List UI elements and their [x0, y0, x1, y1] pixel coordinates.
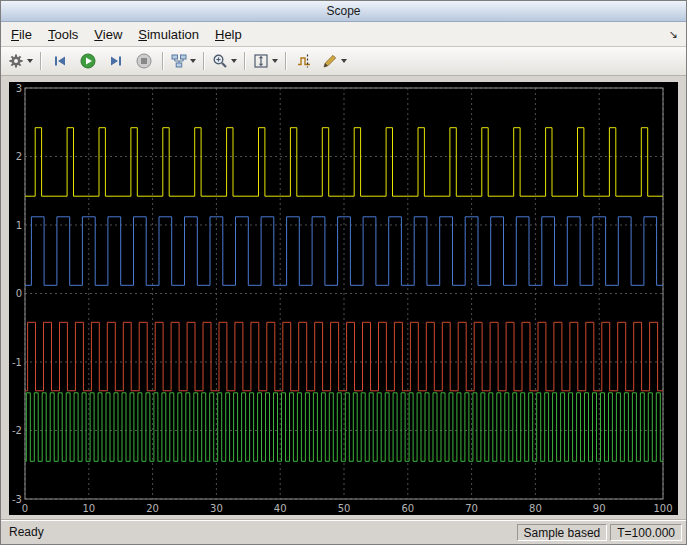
svg-text:60: 60: [401, 503, 414, 514]
step-forward-icon: [108, 53, 124, 69]
svg-text:30: 30: [210, 503, 223, 514]
toolbar-separator: [40, 52, 42, 70]
dropdown-caret: [272, 59, 278, 63]
svg-text:10: 10: [82, 503, 95, 514]
svg-text:2: 2: [16, 151, 22, 162]
svg-text:20: 20: [146, 503, 159, 514]
svg-text:50: 50: [338, 503, 351, 514]
menu-simulation[interactable]: Simulation: [130, 24, 207, 45]
svg-text:-2: -2: [12, 425, 22, 436]
signal-selector-button[interactable]: [168, 49, 199, 73]
highlight-icon: [322, 53, 338, 69]
stop-button[interactable]: [130, 49, 158, 73]
menu-help[interactable]: Help: [207, 24, 250, 45]
dock-arrow-icon: ↘: [668, 28, 677, 41]
step-back-icon: [52, 53, 68, 69]
run-icon: [80, 53, 96, 69]
run-button[interactable]: [74, 49, 102, 73]
step-forward-button[interactable]: [102, 49, 130, 73]
scope-canvas: 0102030405060708090100-3-2-10123: [9, 82, 678, 515]
dropdown-caret: [231, 59, 237, 63]
menu-bar: File Tools View Simulation Help ↘: [1, 22, 686, 47]
dropdown-caret: [341, 59, 347, 63]
toolbar-separator: [162, 52, 164, 70]
svg-text:1: 1: [16, 220, 22, 231]
scale-axes-button[interactable]: [250, 49, 281, 73]
status-message: Ready: [5, 525, 44, 539]
highlight-button[interactable]: [319, 49, 350, 73]
dropdown-caret: [27, 59, 33, 63]
step-back-button[interactable]: [46, 49, 74, 73]
dock-button[interactable]: ↘: [664, 26, 682, 42]
scope-plot[interactable]: 0102030405060708090100-3-2-10123: [9, 82, 678, 515]
dropdown-caret: [190, 59, 196, 63]
toolbar-separator: [285, 52, 287, 70]
window-title: Scope: [326, 4, 360, 18]
scale-axes-icon: [253, 53, 269, 69]
svg-text:90: 90: [593, 503, 606, 514]
zoom-icon: [212, 53, 228, 69]
toolbar: [1, 47, 686, 76]
svg-text:40: 40: [274, 503, 287, 514]
menu-file[interactable]: File: [3, 24, 40, 45]
title-bar[interactable]: Scope: [1, 1, 686, 22]
svg-text:100: 100: [653, 503, 672, 514]
svg-text:70: 70: [465, 503, 478, 514]
svg-text:0: 0: [22, 503, 28, 514]
status-sim-time: T=100.000: [610, 524, 682, 541]
status-bar: Ready Sample based T=100.000: [1, 519, 686, 544]
toolbar-separator: [244, 52, 246, 70]
gear-icon: [8, 53, 24, 69]
toolbar-separator: [203, 52, 205, 70]
stop-icon: [136, 53, 152, 69]
cursor-measurements-button[interactable]: [291, 49, 319, 73]
status-sample-mode: Sample based: [517, 524, 608, 541]
menu-tools[interactable]: Tools: [40, 24, 86, 45]
svg-text:-3: -3: [12, 494, 22, 505]
parameters-button[interactable]: [5, 49, 36, 73]
cursor-measurements-icon: [297, 53, 313, 69]
svg-text:80: 80: [529, 503, 542, 514]
zoom-button[interactable]: [209, 49, 240, 73]
svg-text:3: 3: [16, 83, 22, 94]
svg-text:0: 0: [16, 288, 22, 299]
svg-text:-1: -1: [12, 357, 22, 368]
scope-window: Scope File Tools View Simulation Help ↘: [0, 0, 687, 545]
menu-view[interactable]: View: [86, 24, 130, 45]
signal-selector-icon: [171, 53, 187, 69]
